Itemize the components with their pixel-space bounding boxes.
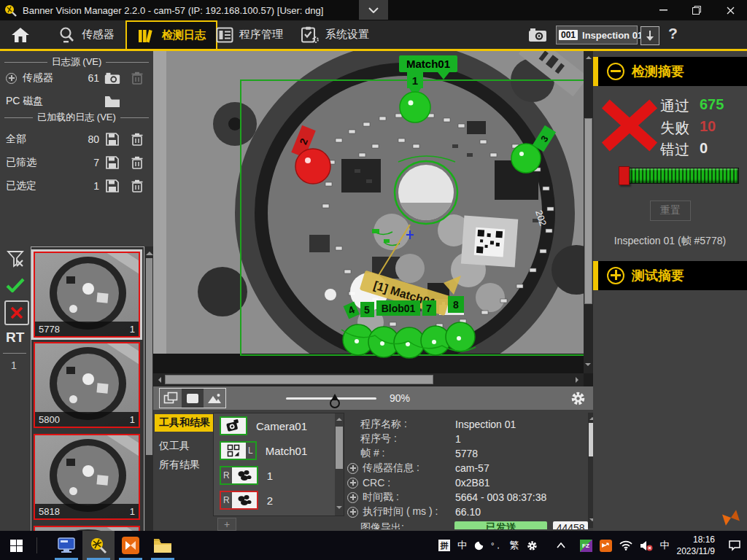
ime-punct-indicator[interactable]: °， xyxy=(491,540,502,551)
all-logs-row[interactable]: 全部 80 xyxy=(0,130,153,149)
language-indicator[interactable]: 中 xyxy=(660,539,670,552)
tab-inspection-logs-label: 检测日志 xyxy=(162,28,206,42)
detail-label: 时间戳 : xyxy=(344,491,455,504)
expand-icon[interactable] xyxy=(347,478,358,489)
scroll-left-arrow[interactable] xyxy=(155,377,161,383)
result-details: 程序名称 :Inspection 01 程序号 :1 帧 # :5778 传感器… xyxy=(344,413,588,529)
notification-center-icon[interactable] xyxy=(728,540,741,551)
wifi-icon[interactable] xyxy=(619,540,632,551)
scrollbar-thumb[interactable] xyxy=(584,118,592,304)
sensor-source-row[interactable]: 传感器 61 xyxy=(0,69,153,88)
pc-disk-row[interactable]: PC 磁盘 xyxy=(0,92,153,111)
scrollbar-thumb[interactable] xyxy=(165,375,433,384)
inspection-selector[interactable]: 001 Inspection 01 xyxy=(556,26,638,44)
taskbar-app-file-explorer[interactable] xyxy=(147,531,179,560)
zoom-slider-knob[interactable] xyxy=(330,390,340,406)
tab-tools-and-results[interactable]: 工具和结果 xyxy=(155,414,213,432)
tool-item-match01[interactable]: L Match01 xyxy=(214,438,344,463)
expand-icon[interactable] xyxy=(347,507,358,518)
ime-traditional-indicator[interactable]: 繁 xyxy=(510,539,519,552)
ime-settings-gear-icon[interactable] xyxy=(527,540,538,551)
expand-icon[interactable] xyxy=(607,267,624,284)
clear-filter-button[interactable] xyxy=(4,248,26,270)
tab-all-results[interactable]: 所有结果 xyxy=(155,456,213,474)
zoom-slider[interactable] xyxy=(286,397,376,400)
image-sent-status[interactable]: 已发送 xyxy=(454,521,547,529)
orange-tray-icon[interactable] xyxy=(600,540,612,552)
inspection-summary-header[interactable]: 检测摘要 xyxy=(593,57,747,86)
minimize-button[interactable] xyxy=(646,0,680,20)
filtered-save-button[interactable] xyxy=(104,155,121,171)
scroll-right-arrow[interactable] xyxy=(576,377,581,383)
view-mode-image-button[interactable] xyxy=(204,389,225,408)
thumbnail-5778[interactable]: 57781 xyxy=(34,252,140,338)
ime-lang-indicator[interactable]: 中 xyxy=(457,539,467,552)
taskbar-app-orange[interactable] xyxy=(115,531,147,560)
filter-fail-button[interactable] xyxy=(4,300,29,325)
display-settings-gear-icon[interactable] xyxy=(570,391,586,406)
close-button[interactable] xyxy=(713,0,747,20)
tool-item-blob1[interactable]: R 1 xyxy=(214,463,344,488)
filtered-delete-button[interactable] xyxy=(128,155,146,171)
image-horizontal-scrollbar[interactable] xyxy=(153,373,584,386)
folder-button[interactable] xyxy=(104,93,121,109)
collapse-icon[interactable] xyxy=(607,63,624,80)
filtered-logs-row[interactable]: 已筛选 7 xyxy=(0,153,153,172)
tool-item-blob2[interactable]: R 2 xyxy=(214,488,344,513)
tool-list-scrollbar[interactable] xyxy=(335,413,344,516)
moon-icon[interactable] xyxy=(474,541,484,551)
start-button[interactable] xyxy=(0,531,32,560)
expand-sensor-icon[interactable] xyxy=(6,73,17,84)
view-mode-layers-button[interactable] xyxy=(160,389,182,408)
scrollbar-thumb[interactable] xyxy=(146,258,152,455)
scroll-up-arrow[interactable] xyxy=(146,248,153,255)
tab-program-manager[interactable]: 程序管理 xyxy=(216,20,283,49)
reset-button[interactable]: 重置 xyxy=(650,201,691,221)
inspection-load-button[interactable] xyxy=(640,26,659,45)
thumbnail-scrollbar[interactable] xyxy=(145,246,153,560)
restore-button[interactable] xyxy=(680,0,713,20)
filezilla-tray-icon[interactable]: FZ xyxy=(580,540,592,552)
sensor-snapshot-button[interactable] xyxy=(104,70,121,86)
thumbnail-5800[interactable]: 58001 xyxy=(34,342,140,428)
taskbar-app-emulator[interactable] xyxy=(50,531,82,560)
titlebar-collapse-button[interactable] xyxy=(359,0,388,20)
tab-system-settings[interactable]: 系统设置 xyxy=(301,20,369,49)
scroll-up-arrow[interactable] xyxy=(586,53,592,59)
sensor-delete-button[interactable] xyxy=(128,70,146,86)
home-button[interactable] xyxy=(10,20,31,49)
thumbnail-5818[interactable]: 58181 xyxy=(34,434,140,520)
selected-logs-row[interactable]: 已选定 1 xyxy=(0,176,153,195)
expand-icon[interactable] xyxy=(347,463,358,474)
scroll-down-arrow[interactable] xyxy=(585,363,591,369)
view-mode-graphics-button[interactable] xyxy=(182,389,204,408)
tab-tools-only[interactable]: 仅工具 xyxy=(155,438,213,455)
expand-icon[interactable] xyxy=(347,492,358,503)
all-delete-button[interactable] xyxy=(128,131,146,147)
detail-label: 传感器信息 : xyxy=(344,462,455,475)
all-save-button[interactable] xyxy=(104,131,121,147)
camera-image-viewport[interactable]: 202 2 Match01 1 3 [1] Match01 xyxy=(153,51,584,373)
help-button[interactable]: ? xyxy=(668,25,678,42)
ime-pinyin-badge[interactable]: 拼 xyxy=(438,540,450,551)
svg-text:5: 5 xyxy=(364,304,370,316)
tool-status-fail: R xyxy=(220,491,258,510)
add-tool-button[interactable]: + xyxy=(217,518,236,531)
scrollbar-thumb[interactable] xyxy=(336,427,343,469)
tab-sensors[interactable]: 传感器 xyxy=(58,20,115,49)
scroll-up-arrow[interactable] xyxy=(336,415,342,421)
test-summary-header[interactable]: 测试摘要 xyxy=(593,261,747,290)
tool-item-camera01[interactable]: Camera01 xyxy=(214,413,344,438)
volume-muted-icon[interactable] xyxy=(640,540,653,551)
selected-save-button[interactable] xyxy=(104,178,121,194)
tray-expand-chevron-icon[interactable] xyxy=(557,542,565,548)
filter-rt-label[interactable]: RT xyxy=(6,330,29,346)
image-vertical-scrollbar[interactable] xyxy=(584,51,593,373)
snapshot-button[interactable] xyxy=(528,20,547,49)
taskbar-clock[interactable]: 18:16 2023/11/9 xyxy=(677,534,716,557)
filter-pass-button[interactable] xyxy=(4,274,26,296)
tab-inspection-logs[interactable]: 检测日志 xyxy=(125,20,217,49)
selected-delete-button[interactable] xyxy=(128,178,146,194)
scroll-down-arrow[interactable] xyxy=(336,506,342,512)
taskbar-app-vision-manager[interactable] xyxy=(82,531,115,560)
